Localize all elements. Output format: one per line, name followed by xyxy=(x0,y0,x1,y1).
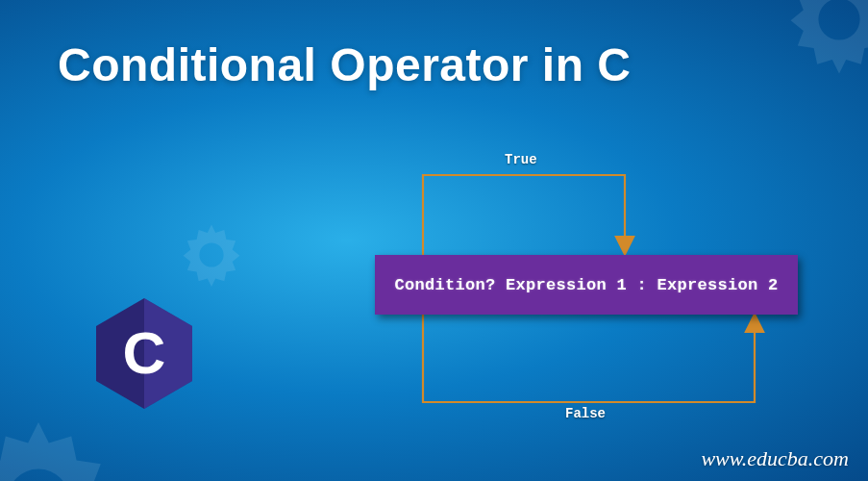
true-label: True xyxy=(505,152,537,167)
c-language-logo: C xyxy=(96,298,192,409)
svg-text:C: C xyxy=(123,319,166,386)
watermark: www.educba.com xyxy=(701,446,849,471)
page-title: Conditional Operator in C xyxy=(58,38,632,91)
gear-icon xyxy=(781,0,868,77)
false-label: False xyxy=(565,406,606,421)
gear-icon xyxy=(178,221,245,289)
gear-icon xyxy=(0,414,125,481)
ternary-diagram: True False Condition? Expression 1 : Exp… xyxy=(346,154,827,443)
syntax-box: Condition? Expression 1 : Expression 2 xyxy=(375,255,798,315)
